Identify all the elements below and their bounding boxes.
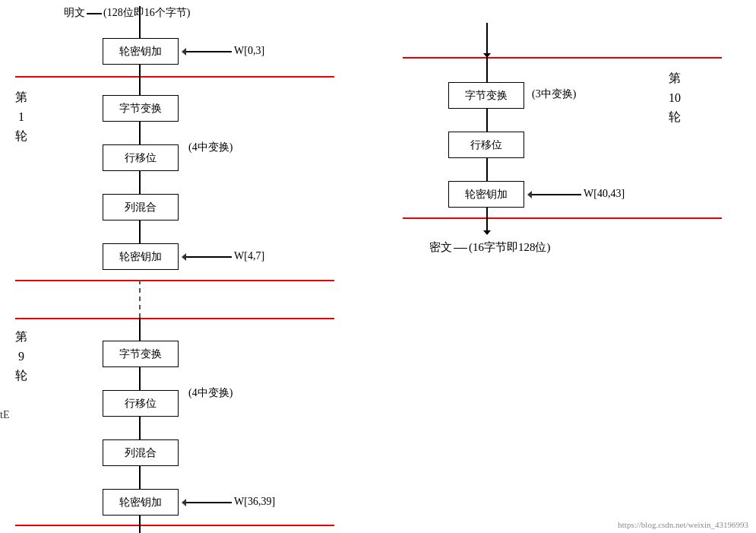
- watermark: https://blog.csdn.net/weixin_43196993: [618, 520, 748, 529]
- arrow-0-to-bytesub1: [139, 65, 141, 95]
- arrow-rowshift1-to-colmix1: [139, 171, 141, 194]
- arrow-right-top: [486, 23, 488, 53]
- red-line-top: [15, 76, 334, 78]
- round9-label: 第 9 轮: [15, 327, 27, 385]
- w03-label: W[0,3]: [234, 45, 264, 57]
- w4043-label: W[40,43]: [584, 188, 625, 200]
- arrow-colmix1-to-wheelkey1: [139, 220, 141, 243]
- w3639-line: [186, 502, 232, 503]
- transform3-label-10: (3中变换): [532, 87, 576, 101]
- transform4-label-9: (4中变换): [188, 386, 232, 400]
- dashed-line-rounds: [139, 280, 141, 318]
- transform4-label-1: (4中变换): [188, 141, 232, 154]
- w3639-label: W[36,39]: [234, 496, 275, 508]
- red-line-mid-top: [15, 280, 334, 281]
- arrow-bytesub9-to-rowshift9: [139, 367, 141, 390]
- box-byte-sub-10: 字节变换: [448, 82, 524, 109]
- round1-label: 第 1 轮: [15, 87, 27, 146]
- arrow-to-bytesub10: [486, 57, 488, 82]
- box-row-shift-10: 行移位: [448, 132, 524, 158]
- box-row-shift-1: 行移位: [103, 144, 179, 171]
- te-label: tE: [0, 409, 9, 421]
- arrow-bytesub10-to-rowshift10: [486, 109, 488, 132]
- plaintext-label: 明文(128位即16个字节): [64, 6, 190, 20]
- diagram: 明文(128位即16个字节) 轮密钥加 W[0,3] 第 1 轮 字节变换 行移…: [0, 0, 756, 533]
- w03-line: [186, 51, 232, 52]
- box-col-mix-1: 列混合: [103, 194, 179, 220]
- box-wheel-key-add-9: 轮密钥加: [103, 489, 179, 516]
- box-wheel-key-add-1: 轮密钥加: [103, 243, 179, 270]
- box-wheel-key-add-0: 轮密钥加: [103, 38, 179, 65]
- arrow-rowshift9-to-colmix9: [139, 417, 141, 439]
- red-line-mid-bot: [15, 318, 334, 319]
- w47-line: [186, 256, 232, 258]
- ciphertext-label: 密文(16字节即128位): [429, 240, 551, 255]
- box-wheel-key-add-10: 轮密钥加: [448, 181, 524, 208]
- arrow-bottom-stub: [139, 516, 141, 533]
- box-col-mix-9: 列混合: [103, 439, 179, 466]
- red-line-right-top: [403, 57, 722, 59]
- w47-label: W[4,7]: [234, 250, 264, 262]
- box-row-shift-9: 行移位: [103, 390, 179, 417]
- round10-label: 第 10 轮: [669, 68, 681, 127]
- arrow-colmix9-to-wheelkey9: [139, 466, 141, 489]
- red-line-bottom: [15, 525, 334, 526]
- arrow-bytesub1-to-rowshift1: [139, 122, 141, 144]
- arrow-wheelkey10-to-ciphertext: [486, 208, 488, 230]
- arrow-rowshift10-to-wheelkey10: [486, 158, 488, 181]
- box-byte-sub-1: 字节变换: [103, 95, 179, 122]
- w4043-line: [532, 194, 581, 195]
- box-byte-sub-9: 字节变换: [103, 341, 179, 367]
- arrow-dashed-to-bytesub9: [139, 318, 141, 341]
- red-line-right-bottom: [403, 217, 722, 219]
